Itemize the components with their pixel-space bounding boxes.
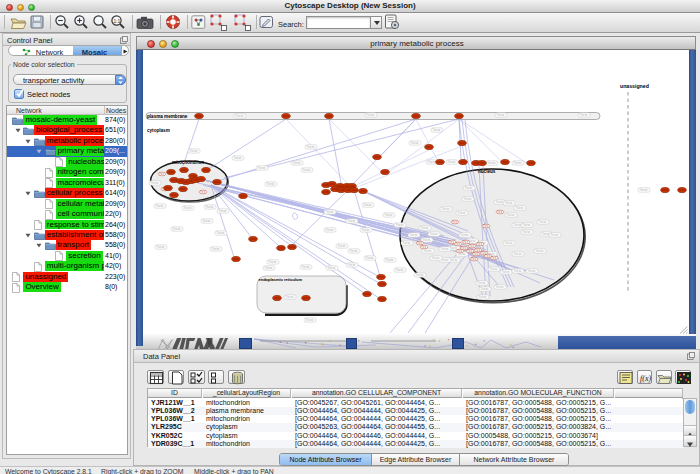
svg-text:endoplasmic reticulum: endoplasmic reticulum <box>259 277 303 282</box>
svg-text:plasma membrane: plasma membrane <box>147 114 188 119</box>
svg-text:Yxx:xx: Yxx:xx <box>490 267 499 271</box>
svg-text:Yxx:xx: Yxx:xx <box>269 260 278 264</box>
svg-text:Yxx:xx: Yxx:xx <box>496 285 505 289</box>
svg-text:Yx:x: Yx:x <box>491 256 497 260</box>
svg-text:Yxx:xx: Yxx:xx <box>464 197 473 201</box>
svg-text:Yx:x: Yx:x <box>475 248 481 252</box>
svg-text:Yxx:xx: Yxx:xx <box>481 287 490 291</box>
svg-text:Yxx:xx: Yxx:xx <box>421 226 430 230</box>
svg-text:Yxx:xx: Yxx:xx <box>514 161 523 165</box>
svg-text:Yx:x: Yx:x <box>469 244 475 248</box>
svg-text:Yxx:xx: Yxx:xx <box>410 233 419 237</box>
svg-text:Yxx:xx: Yxx:xx <box>386 258 395 262</box>
svg-text:Yxx:xx: Yxx:xx <box>448 160 457 164</box>
svg-text:Yxx:xx: Yxx:xx <box>219 209 228 213</box>
svg-text:Yxx:xx: Yxx:xx <box>236 114 245 118</box>
svg-text:Yxx:xx: Yxx:xx <box>640 188 649 192</box>
svg-text:Yxx:xx: Yxx:xx <box>348 263 357 267</box>
svg-text:Yxx:xx: Yxx:xx <box>432 256 441 260</box>
svg-text:Yxx:xx: Yxx:xx <box>505 241 514 245</box>
svg-text:Yxx:xx: Yxx:xx <box>258 166 267 170</box>
svg-text:Yxx:xx: Yxx:xx <box>206 205 215 209</box>
svg-text:Yx:x: Yx:x <box>483 224 489 228</box>
svg-text:Yxx:xx: Yxx:xx <box>396 268 405 272</box>
svg-text:unassigned: unassigned <box>620 83 649 89</box>
svg-text:Yx:x: Yx:x <box>452 220 458 224</box>
svg-text:Yxx:xx: Yxx:xx <box>190 149 199 153</box>
svg-text:Yxx:xx: Yxx:xx <box>151 181 160 185</box>
svg-text:Yxx:xx: Yxx:xx <box>362 228 371 232</box>
svg-text:Yxx:xx: Yxx:xx <box>184 206 193 210</box>
svg-text:Yxx:xx: Yxx:xx <box>428 160 437 164</box>
svg-text:Yxx:xx: Yxx:xx <box>551 233 560 237</box>
svg-text:Yxx:xx: Yxx:xx <box>366 256 375 260</box>
svg-text:Yxx:xx: Yxx:xx <box>348 219 357 223</box>
svg-text:Yxx:xx: Yxx:xx <box>539 220 548 224</box>
svg-text:Yx:x: Yx:x <box>463 240 469 244</box>
svg-text:Yxx:xx: Yxx:xx <box>458 211 467 215</box>
svg-text:Yx:x: Yx:x <box>200 190 206 194</box>
svg-text:Yxx:xx: Yxx:xx <box>433 128 442 132</box>
svg-text:Yxx:xx: Yxx:xx <box>212 247 221 251</box>
svg-text:Yxx:xx: Yxx:xx <box>367 113 376 117</box>
svg-text:nucleus: nucleus <box>478 169 496 174</box>
svg-text:Yxx:xx: Yxx:xx <box>580 113 589 117</box>
svg-text:Yxx:xx: Yxx:xx <box>424 249 433 253</box>
svg-text:Yxx:xx: Yxx:xx <box>516 206 525 210</box>
svg-text:Yxx:xx: Yxx:xx <box>441 247 450 251</box>
svg-text:Yxx:xx: Yxx:xx <box>507 213 516 217</box>
svg-text:Yxx:xx: Yxx:xx <box>416 273 425 277</box>
svg-text:Yxx:xx: Yxx:xx <box>286 295 295 299</box>
svg-text:Yxx:xx: Yxx:xx <box>303 168 312 172</box>
svg-text:Yxx:xx: Yxx:xx <box>338 244 347 248</box>
svg-text:Yxx:xx: Yxx:xx <box>514 269 523 273</box>
svg-text:Yxx:xx: Yxx:xx <box>423 238 432 242</box>
svg-text:Yxx:xx: Yxx:xx <box>326 210 335 214</box>
svg-text:Yxx:xx: Yxx:xx <box>497 113 506 117</box>
svg-text:Yx:x: Yx:x <box>457 249 463 253</box>
svg-text:mitochondrion: mitochondrion <box>172 160 204 165</box>
svg-text:Yx:x: Yx:x <box>417 241 423 245</box>
svg-text:Yxx:xx: Yxx:xx <box>156 204 165 208</box>
svg-text:Yx:x: Yx:x <box>421 245 427 249</box>
svg-text:Yxx:xx: Yxx:xx <box>465 186 474 190</box>
svg-text:Yxx:xx: Yxx:xx <box>306 318 315 322</box>
svg-text:Yxx:xx: Yxx:xx <box>396 223 405 227</box>
svg-text:Yxx:xx: Yxx:xx <box>267 182 276 186</box>
svg-text:Yxx:xx: Yxx:xx <box>293 161 302 165</box>
svg-text:Yxx:xx: Yxx:xx <box>173 227 182 231</box>
svg-text:Yxx:xx: Yxx:xx <box>364 203 373 207</box>
svg-text:Yxx:xx: Yxx:xx <box>528 269 537 273</box>
svg-text:Yxx:xx: Yxx:xx <box>307 145 316 149</box>
svg-text:Yxx:xx: Yxx:xx <box>442 207 451 211</box>
svg-text:Yxx:xx: Yxx:xx <box>203 219 212 223</box>
svg-text:Yxx:xx: Yxx:xx <box>265 266 274 270</box>
svg-text:Yxx:xx: Yxx:xx <box>461 233 470 237</box>
svg-text:Yxx:xx: Yxx:xx <box>502 270 511 274</box>
svg-text:Yxx:xx: Yxx:xx <box>430 232 439 236</box>
svg-text:Yxx:xx: Yxx:xx <box>302 265 311 269</box>
svg-text:Yxx:xx: Yxx:xx <box>234 156 243 160</box>
svg-text:Yxx:xx: Yxx:xx <box>403 241 412 245</box>
svg-text:Yxx:xx: Yxx:xx <box>488 161 497 165</box>
svg-text:Yxx:xx: Yxx:xx <box>523 230 532 234</box>
svg-text:f(x): f(x) <box>640 374 651 383</box>
svg-text:Yxx:xx: Yxx:xx <box>536 249 545 253</box>
svg-text:Yxx:xx: Yxx:xx <box>505 201 514 205</box>
svg-text:Yxx:xx: Yxx:xx <box>157 245 166 249</box>
svg-text:Yxx:xx: Yxx:xx <box>479 295 488 299</box>
svg-text:cytoplasm: cytoplasm <box>147 128 170 133</box>
svg-text:Yx:x: Yx:x <box>497 210 503 214</box>
svg-text:Yx:x: Yx:x <box>449 240 455 244</box>
svg-text:Yxx:xx: Yxx:xx <box>478 281 487 285</box>
svg-text:Yx:x: Yx:x <box>467 249 473 253</box>
svg-text:Yxx:xx: Yxx:xx <box>411 141 420 145</box>
svg-text:Yxx:xx: Yxx:xx <box>328 266 337 270</box>
svg-text:Yx:x: Yx:x <box>159 172 165 176</box>
svg-text:Yxx:xx: Yxx:xx <box>350 249 359 253</box>
svg-text:Yxx:xx: Yxx:xx <box>523 223 532 227</box>
svg-text:Yx:x: Yx:x <box>471 257 477 261</box>
svg-text:Yxx:xx: Yxx:xx <box>385 213 394 217</box>
svg-text:1:1: 1:1 <box>113 18 120 24</box>
svg-text:Yx:x: Yx:x <box>477 242 483 246</box>
